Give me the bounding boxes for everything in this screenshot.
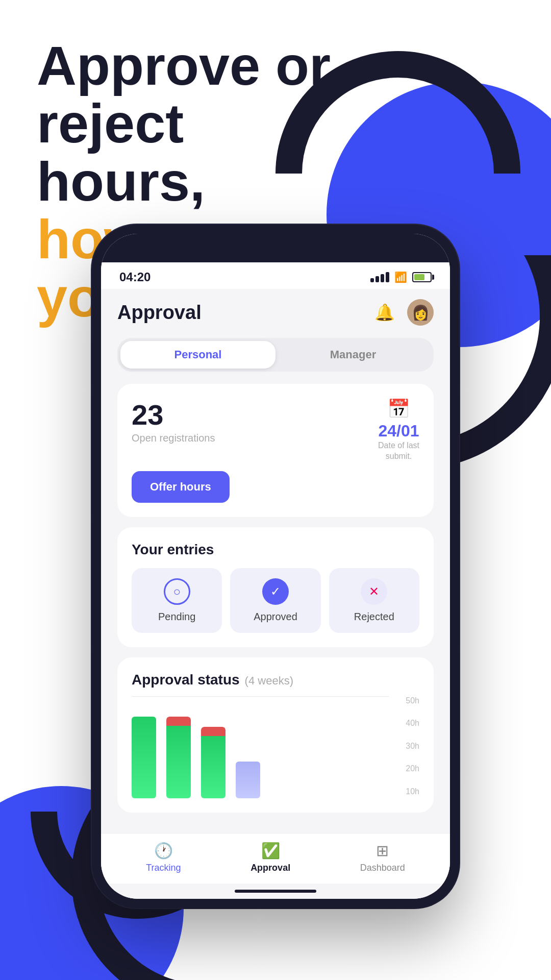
status-bar: 04:20 📶 xyxy=(101,262,450,289)
entry-approved[interactable]: ✓ Approved xyxy=(230,568,320,633)
y-axis-labels: 50h 40h 30h 20h 10h xyxy=(406,696,419,798)
rejected-icon: ✕ xyxy=(361,578,387,605)
stats-card: 23 Open registrations 📅 24/01 Date of la… xyxy=(117,384,434,517)
status-time: 04:20 xyxy=(119,270,151,284)
tracking-label: Tracking xyxy=(146,863,181,873)
headline-hours: hours, xyxy=(37,151,205,212)
tab-personal[interactable]: Personal xyxy=(120,341,276,369)
chart-area: 50h 40h 30h 20h 10h xyxy=(132,696,419,798)
notch-pill xyxy=(224,234,327,252)
entries-grid: ○ Pending ✓ Approved ✕ Rejected xyxy=(132,568,419,633)
y-label-10: 10h xyxy=(406,787,419,796)
bar-3 xyxy=(201,727,226,798)
entry-pending[interactable]: ○ Pending xyxy=(132,568,222,633)
tracking-icon: 🕐 xyxy=(154,842,173,860)
app-header: Approval 🔔 👩 xyxy=(117,299,434,326)
app-title: Approval xyxy=(117,302,202,324)
app-content: Approval 🔔 👩 Personal xyxy=(101,289,450,833)
avatar-image: 👩 xyxy=(412,304,430,321)
chart-subtitle: (4 weeks) xyxy=(245,674,293,688)
y-label-50: 50h xyxy=(406,696,419,705)
y-label-20: 20h xyxy=(406,764,419,773)
dashboard-label: Dashboard xyxy=(360,863,405,873)
entry-rejected[interactable]: ✕ Rejected xyxy=(329,568,419,633)
stat-left: 23 Open registrations xyxy=(132,398,215,444)
open-label: Open registrations xyxy=(132,432,215,444)
entries-title: Your entries xyxy=(132,542,419,558)
bar-4 xyxy=(236,762,260,798)
calendar-icon: 📅 xyxy=(378,398,419,420)
bar-2 xyxy=(166,717,191,798)
tab-manager[interactable]: Manager xyxy=(276,341,431,369)
stat-date: 24/01 xyxy=(378,422,419,440)
battery-icon xyxy=(412,272,432,282)
pending-icon: ○ xyxy=(164,578,190,605)
home-bar xyxy=(235,890,316,893)
rejected-label: Rejected xyxy=(354,611,394,623)
bell-icon[interactable]: 🔔 xyxy=(372,300,397,325)
home-indicator xyxy=(101,884,450,899)
status-icons: 📶 xyxy=(370,271,432,283)
header-icons: 🔔 👩 xyxy=(372,299,434,326)
bottom-nav: 🕐 Tracking ✅ Approval ⊞ Dashboard xyxy=(101,833,450,884)
chart-bars xyxy=(132,696,419,798)
approval-label: Approval xyxy=(251,863,290,873)
entries-card: Your entries ○ Pending ✓ Approved ✕ R xyxy=(117,527,434,647)
stat-right: 📅 24/01 Date of lastsubmit. xyxy=(378,398,419,462)
chart-header: Approval status (4 weeks) xyxy=(132,672,419,688)
chart-title: Approval status xyxy=(132,672,240,688)
approved-icon: ✓ xyxy=(262,578,289,605)
approved-label: Approved xyxy=(254,611,297,623)
nav-tracking[interactable]: 🕐 Tracking xyxy=(146,842,181,873)
phone-mockup: 04:20 📶 App xyxy=(92,225,459,908)
tab-bar: Personal Manager xyxy=(117,338,434,372)
y-label-40: 40h xyxy=(406,719,419,728)
headline-line1: Approve or reject xyxy=(37,37,373,153)
bar-1 xyxy=(132,717,156,798)
stats-row: 23 Open registrations 📅 24/01 Date of la… xyxy=(132,398,419,462)
wifi-icon: 📶 xyxy=(394,271,407,283)
avatar[interactable]: 👩 xyxy=(407,299,434,326)
dashboard-icon: ⊞ xyxy=(376,842,389,860)
nav-approval[interactable]: ✅ Approval xyxy=(251,842,290,873)
chart-grid-line xyxy=(132,696,389,697)
open-count: 23 xyxy=(132,398,215,431)
phone-screen: 04:20 📶 App xyxy=(101,234,450,899)
nav-dashboard[interactable]: ⊞ Dashboard xyxy=(360,842,405,873)
offer-hours-button[interactable]: Offer hours xyxy=(132,471,230,503)
chart-card: Approval status (4 weeks) xyxy=(117,657,434,813)
phone-frame: 04:20 📶 App xyxy=(92,225,459,908)
phone-notch xyxy=(101,234,450,262)
approval-icon: ✅ xyxy=(261,842,280,860)
y-label-30: 30h xyxy=(406,742,419,751)
signal-icon xyxy=(370,272,389,282)
stat-date-label: Date of lastsubmit. xyxy=(378,440,419,462)
pending-label: Pending xyxy=(158,611,195,623)
